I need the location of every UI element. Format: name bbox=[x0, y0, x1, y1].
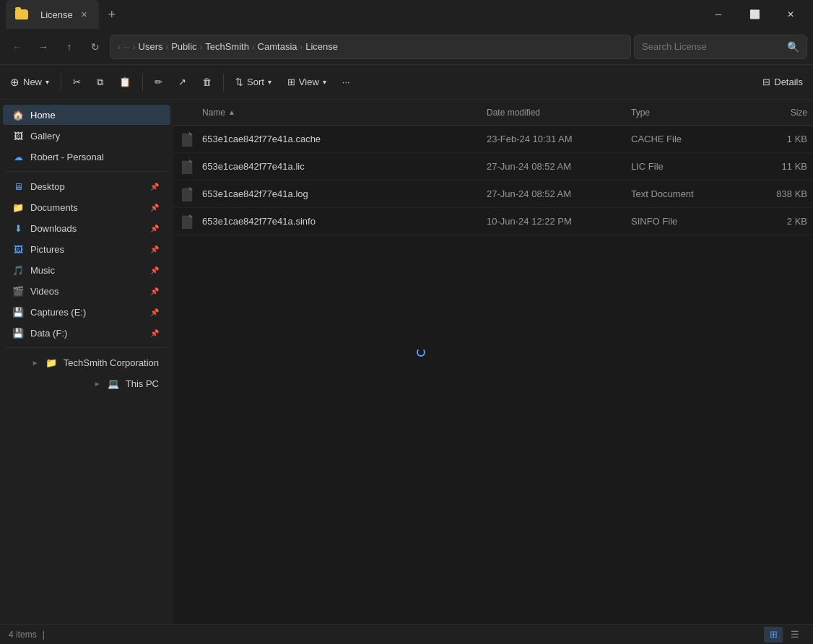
sidebar-item-data[interactable]: 💾 Data (F:) 📌 bbox=[3, 323, 170, 343]
details-label: Details bbox=[774, 77, 803, 87]
share-button[interactable]: ↗ bbox=[171, 72, 194, 92]
more-icon: ··· bbox=[342, 77, 350, 87]
tab-close-button[interactable]: ✕ bbox=[79, 9, 90, 20]
sort-button[interactable]: ⇅ Sort ▾ bbox=[228, 72, 279, 92]
new-tab-button[interactable]: + bbox=[102, 4, 122, 25]
sidebar-item-gallery[interactable]: 🖼 Gallery bbox=[3, 126, 170, 146]
table-row[interactable]: 653e1cae842f77e41a.log 27-Jun-24 08:52 A… bbox=[173, 180, 813, 208]
sidebar-item-home[interactable]: 🏠 Home bbox=[3, 105, 170, 125]
data-pin-icon: 📌 bbox=[150, 329, 159, 337]
more-options-button[interactable]: ··· bbox=[335, 72, 357, 92]
sidebar-item-desktop[interactable]: 🖥 Desktop 📌 bbox=[3, 176, 170, 196]
thispc-icon: 💻 bbox=[107, 377, 120, 390]
sort-label: Sort bbox=[247, 77, 264, 87]
col-type-header[interactable]: Type bbox=[625, 108, 741, 118]
desktop-pin-icon: 📌 bbox=[150, 183, 159, 191]
main-content: 🏠 Home 🖼 Gallery ☁ Robert - Personal 🖥 D… bbox=[0, 100, 813, 624]
breadcrumb-techsmith[interactable]: TechSmith bbox=[205, 41, 249, 52]
title-bar: License ✕ + ─ ⬜ ✕ bbox=[0, 0, 813, 29]
techsmith-label: TechSmith Corporation bbox=[64, 357, 159, 368]
delete-button[interactable]: 🗑 bbox=[195, 72, 219, 92]
view-toggle-buttons: ⊞ ☰ bbox=[764, 627, 804, 643]
sidebar-item-captures[interactable]: 💾 Captures (E:) 📌 bbox=[3, 302, 170, 322]
sidebar-item-pictures[interactable]: 🖼 Pictures 📌 bbox=[3, 239, 170, 259]
breadcrumb[interactable]: › ··· › Users › Public › TechSmith › Cam… bbox=[110, 35, 631, 59]
captures-pin-icon: 📌 bbox=[150, 308, 159, 316]
sort-indicator-icon: ▲ bbox=[228, 108, 235, 116]
file-size-cache: 1 KB bbox=[741, 134, 813, 144]
view-dropdown-icon: ▾ bbox=[323, 78, 326, 86]
search-icon: 🔍 bbox=[787, 41, 799, 53]
new-label: New bbox=[23, 77, 42, 87]
close-button[interactable]: ✕ bbox=[774, 0, 807, 29]
back-button[interactable]: ← bbox=[6, 35, 29, 58]
svg-rect-0 bbox=[182, 134, 192, 147]
cut-icon: ✂ bbox=[73, 77, 81, 87]
breadcrumb-sep-3: › bbox=[200, 43, 203, 51]
refresh-button[interactable]: ↻ bbox=[84, 35, 107, 58]
sidebar-item-music[interactable]: 🎵 Music 📌 bbox=[3, 260, 170, 280]
breadcrumb-expand-icon: › bbox=[118, 43, 121, 51]
table-row[interactable]: 653e1cae842f77e41a.lic 27-Jun-24 08:52 A… bbox=[173, 153, 813, 180]
view-button[interactable]: ⊞ View ▾ bbox=[280, 72, 334, 92]
breadcrumb-sep-4: › bbox=[252, 43, 255, 51]
sidebar-divider-2 bbox=[6, 347, 168, 348]
sidebar-item-documents[interactable]: 📁 Documents 📌 bbox=[3, 197, 170, 217]
new-button[interactable]: ⊕ New ▾ bbox=[3, 71, 56, 93]
delete-icon: 🗑 bbox=[202, 77, 212, 87]
col-name-header[interactable]: Name ▲ bbox=[173, 108, 481, 118]
documents-icon: 📁 bbox=[12, 201, 25, 214]
sidebar-item-thispc[interactable]: ► 💻 This PC bbox=[3, 373, 170, 393]
toolbar: ⊕ New ▾ ✂ ⧉ 📋 ✏ ↗ 🗑 ⇅ Sort ▾ ⊞ View ▾ ··… bbox=[0, 65, 813, 100]
share-icon: ↗ bbox=[178, 77, 186, 87]
sidebar-item-techsmith[interactable]: ► 📁 TechSmith Corporation bbox=[3, 352, 170, 373]
thispc-expand-icon: ► bbox=[94, 380, 101, 388]
details-view-button[interactable]: ⊞ bbox=[764, 627, 783, 643]
breadcrumb-users[interactable]: Users bbox=[139, 41, 163, 52]
file-type-lic: LIC File bbox=[625, 161, 741, 172]
copy-button[interactable]: ⧉ bbox=[90, 72, 110, 92]
search-bar[interactable]: 🔍 bbox=[634, 35, 807, 59]
forward-button[interactable]: → bbox=[32, 35, 55, 58]
breadcrumb-license[interactable]: License bbox=[305, 41, 338, 52]
toolbar-separator-1 bbox=[61, 74, 61, 91]
breadcrumb-camtasia[interactable]: Camtasia bbox=[258, 41, 297, 52]
downloads-pin-icon: 📌 bbox=[150, 225, 159, 232]
file-name-sinfo: 653e1cae842f77e41a.sinfo bbox=[202, 216, 481, 227]
up-button[interactable]: ↑ bbox=[58, 35, 81, 58]
file-type-cache: CACHE File bbox=[625, 134, 741, 144]
paste-button[interactable]: 📋 bbox=[112, 72, 138, 92]
file-name-log: 653e1cae842f77e41a.log bbox=[202, 188, 481, 199]
music-icon: 🎵 bbox=[12, 264, 25, 277]
sidebar-item-robert-personal[interactable]: ☁ Robert - Personal bbox=[3, 147, 170, 167]
minimize-button[interactable]: ─ bbox=[702, 0, 735, 29]
active-tab[interactable]: License ✕ bbox=[6, 0, 99, 29]
status-separator: | bbox=[43, 630, 45, 640]
file-list: 653e1cae842f77e41a.cache 23-Feb-24 10:31… bbox=[173, 126, 813, 624]
sidebar-item-downloads[interactable]: ⬇ Downloads 📌 bbox=[3, 218, 170, 238]
details-button[interactable]: ⊟ Details bbox=[755, 72, 810, 92]
col-date-header[interactable]: Date modified bbox=[481, 108, 625, 118]
maximize-button[interactable]: ⬜ bbox=[738, 0, 771, 29]
list-view-button[interactable]: ☰ bbox=[786, 627, 804, 643]
file-date-cache: 23-Feb-24 10:31 AM bbox=[481, 134, 625, 144]
paste-icon: 📋 bbox=[119, 77, 131, 87]
captures-icon: 💾 bbox=[12, 305, 25, 318]
table-row[interactable]: 653e1cae842f77e41a.cache 23-Feb-24 10:31… bbox=[173, 126, 813, 153]
toolbar-separator-2 bbox=[142, 74, 143, 91]
table-row[interactable]: 653e1cae842f77e41a.sinfo 10-Jun-24 12:22… bbox=[173, 208, 813, 235]
sidebar-divider-1 bbox=[6, 171, 168, 172]
col-size-header[interactable]: Size bbox=[741, 108, 813, 118]
toolbar-separator-3 bbox=[223, 74, 224, 91]
sidebar-item-videos[interactable]: 🎬 Videos 📌 bbox=[3, 281, 170, 301]
home-icon: 🏠 bbox=[12, 108, 25, 121]
data-icon: 💾 bbox=[12, 326, 25, 339]
rename-button[interactable]: ✏ bbox=[147, 72, 170, 92]
breadcrumb-sep-5: › bbox=[300, 43, 303, 51]
data-label: Data (F:) bbox=[30, 328, 67, 339]
file-icon-cache bbox=[173, 132, 202, 147]
window-controls: ─ ⬜ ✕ bbox=[702, 0, 807, 29]
search-input[interactable] bbox=[642, 41, 781, 52]
breadcrumb-public[interactable]: Public bbox=[171, 41, 196, 52]
cut-button[interactable]: ✂ bbox=[66, 72, 88, 92]
